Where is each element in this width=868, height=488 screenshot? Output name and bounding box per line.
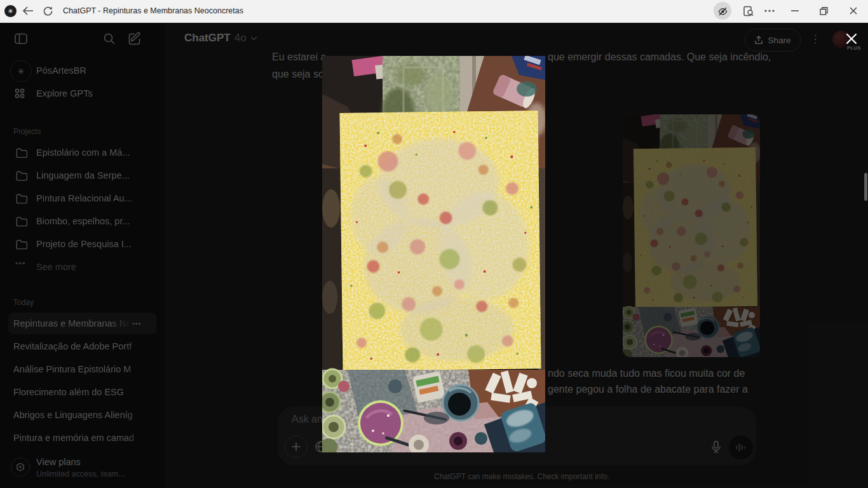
find-on-page-icon[interactable] <box>742 4 754 17</box>
close-window-icon[interactable] <box>847 4 860 17</box>
tab-title: ChatGPT - Repinturas e Membranas Neoconc… <box>63 0 243 22</box>
restore-icon[interactable] <box>817 4 830 17</box>
refresh-icon[interactable] <box>41 4 54 17</box>
chatgpt-favicon-icon: ✳ <box>4 5 17 17</box>
lightbox-image[interactable] <box>322 56 545 452</box>
tracking-prevention-icon[interactable] <box>714 2 731 20</box>
lightbox-close-icon[interactable] <box>846 32 860 46</box>
browser-chrome: ✳ ChatGPT - Repinturas e Membranas Neoco… <box>0 0 868 23</box>
browser-menu-icon[interactable] <box>763 4 776 17</box>
scrollbar-thumb[interactable] <box>864 173 867 201</box>
minimize-icon[interactable] <box>789 4 801 17</box>
back-icon[interactable] <box>22 4 34 17</box>
screen: ✳ ChatGPT - Repinturas e Membranas Neoco… <box>0 0 868 488</box>
